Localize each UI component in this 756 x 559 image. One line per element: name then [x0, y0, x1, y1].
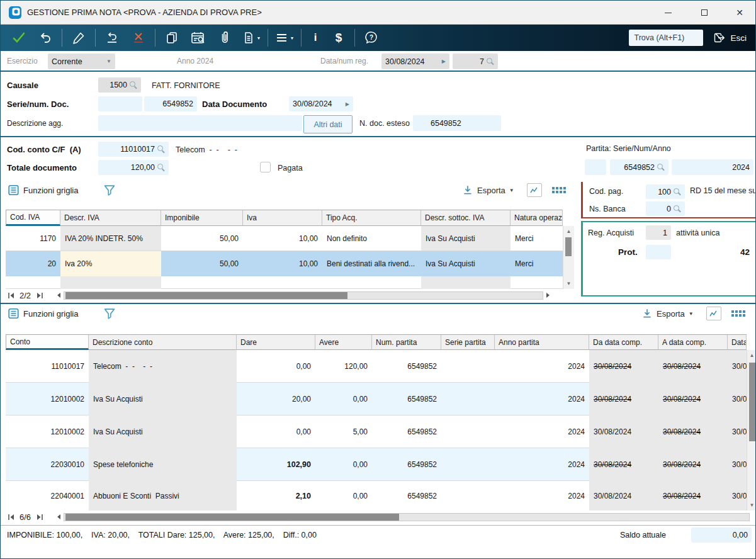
conti-col-header-da-data[interactable]: Da data comp.: [589, 334, 658, 350]
grid-view-button[interactable]: [552, 187, 566, 193]
first-page-button[interactable]: [6, 512, 16, 522]
prot-num-field[interactable]: 42: [674, 245, 753, 259]
iva-col-header-sottoc[interactable]: Descr. sottoc. IVA: [421, 210, 511, 226]
calendar-search-button[interactable]: [185, 27, 212, 48]
prot-serie-field[interactable]: [646, 245, 671, 259]
scroll-left-button[interactable]: [54, 512, 64, 522]
iva-pager: 2/2: [6, 290, 553, 300]
num-reg-field[interactable]: 7: [453, 54, 498, 69]
cod-conto-field[interactable]: 11010017: [98, 142, 169, 157]
altri-dati-button[interactable]: Altri dati: [303, 115, 353, 133]
scrollbar-thumb[interactable]: [565, 237, 572, 256]
pencil-icon: [72, 31, 86, 45]
copy-button[interactable]: [159, 27, 185, 48]
edit-button[interactable]: [65, 27, 92, 48]
partita-num-field[interactable]: 6549852: [610, 159, 669, 175]
attachment-button[interactable]: [212, 27, 238, 48]
serie-doc-field[interactable]: [98, 96, 142, 111]
scroll-down-icon[interactable]: ▼: [747, 502, 756, 508]
conti-col-header-serie-partita[interactable]: Serie partita: [441, 334, 495, 350]
currency-button[interactable]: $: [326, 27, 351, 48]
conti-table-row[interactable]: 11010017 Telecom - - - - 0,00 120,00 654…: [6, 350, 747, 383]
scroll-left-button[interactable]: [54, 290, 64, 300]
chevron-down-icon: ▼: [290, 36, 295, 40]
iva-horizontal-scrollbar[interactable]: [64, 291, 543, 300]
prot-num-value: 42: [678, 247, 750, 257]
partita-serie-field[interactable]: [585, 159, 606, 175]
confirm-button[interactable]: [6, 27, 32, 48]
filter-icon[interactable]: [103, 307, 116, 320]
totale-documento-field[interactable]: 120,00: [98, 160, 169, 175]
last-page-button[interactable]: [35, 512, 45, 522]
funzioni-griglia-button[interactable]: Funzioni griglia: [23, 186, 78, 195]
conti-horizontal-scrollbar[interactable]: [64, 513, 750, 521]
data-documento-field[interactable]: 30/08/2024 ▶: [289, 96, 353, 111]
conti-col-header-anno-partita[interactable]: Anno partita: [495, 334, 589, 350]
delete-row-button[interactable]: [125, 27, 152, 48]
iva-col-header-cod[interactable]: Cod. IVA: [6, 210, 60, 226]
scrollbar-thumb[interactable]: [749, 363, 755, 441]
conti-table-row[interactable]: 22040001 Abbuoni E Sconti Passivi 2,10 0…: [6, 481, 747, 511]
undo-button[interactable]: [32, 27, 59, 48]
iva-col-header-iva[interactable]: Iva: [243, 210, 322, 226]
n-doc-esteso-field[interactable]: 6549852: [413, 115, 501, 131]
minimize-button[interactable]: [653, 1, 682, 25]
iva-col-header-natura[interactable]: Natura operaz.: [511, 210, 563, 226]
exit-button[interactable]: Esci: [709, 31, 750, 44]
scroll-down-icon[interactable]: ▼: [563, 281, 574, 286]
cod-pag-field[interactable]: 100: [646, 184, 685, 199]
first-page-button[interactable]: [6, 290, 16, 300]
scrollbar-thumb[interactable]: [65, 514, 399, 521]
scroll-right-button[interactable]: [543, 290, 553, 300]
esporta-button[interactable]: Esporta: [477, 186, 505, 195]
conti-col-header-a-data[interactable]: A data comp.: [658, 334, 728, 350]
iva-col-header-descr[interactable]: Descr. IVA: [60, 210, 161, 226]
conti-table-row[interactable]: 12010002 Iva Su Acquisti 0,00 5,00 65498…: [6, 415, 747, 448]
descrizione-agg-field[interactable]: [98, 115, 302, 131]
filter-icon[interactable]: [103, 184, 116, 196]
funzioni-griglia-button[interactable]: Funzioni griglia: [23, 309, 78, 319]
grid-view-button[interactable]: [731, 310, 745, 317]
iva-table-row[interactable]: 1170 IVA 20% INDETR. 50% 50,00 10,00 Non…: [6, 226, 563, 251]
info-button[interactable]: i: [305, 27, 326, 48]
revert-row-button[interactable]: [99, 27, 125, 48]
find-input[interactable]: Trova (Alt+F1): [629, 30, 703, 46]
list-menu-button[interactable]: ▼: [271, 27, 298, 48]
data-reg-field[interactable]: 30/08/2024 ▶: [381, 54, 449, 69]
causale-field[interactable]: 1500: [98, 77, 141, 93]
iva-col-header-tipo[interactable]: Tipo Acq.: [322, 210, 421, 226]
search-icon: [487, 58, 494, 65]
conti-table-row[interactable]: 22030010 Spese telefoniche 102,90 0,00 6…: [6, 448, 747, 481]
scroll-up-icon[interactable]: ▲: [747, 353, 756, 358]
conti-col-header-avere[interactable]: Avere: [315, 334, 372, 350]
esporta-button[interactable]: Esporta: [657, 309, 685, 319]
scroll-up-icon[interactable]: ▲: [563, 229, 574, 234]
conti-col-header-data-v[interactable]: Data v: [728, 334, 747, 350]
conti-table-row[interactable]: 12010002 Iva Su Acquisti 20,00 0,00 6549…: [6, 383, 747, 415]
iva-table-row-empty[interactable]: [6, 276, 563, 289]
conti-col-header-conto[interactable]: Conto: [6, 334, 89, 350]
iva-vertical-scrollbar[interactable]: ▲ ▼: [563, 226, 574, 289]
chart-view-button[interactable]: [527, 183, 542, 197]
close-button[interactable]: ✕: [725, 1, 754, 25]
partita-anno-field[interactable]: 2024: [672, 159, 753, 175]
conti-vertical-scrollbar[interactable]: ▲ ▼: [747, 350, 756, 511]
iva-col-header-imponibile[interactable]: Imponibile: [161, 210, 243, 226]
maximize-button[interactable]: [690, 1, 719, 25]
num-doc-field[interactable]: 6549852: [144, 96, 197, 111]
cell-avere: 5,00: [315, 415, 372, 448]
conti-col-header-descr[interactable]: Descrizione conto: [89, 334, 237, 350]
reg-acquisti-field[interactable]: 1: [646, 225, 671, 240]
help-button[interactable]: ?: [358, 27, 385, 48]
scrollbar-thumb[interactable]: [65, 292, 347, 299]
esercizio-select[interactable]: Corrente ▼: [48, 54, 115, 69]
conti-col-header-dare[interactable]: Dare: [237, 334, 315, 350]
last-page-button[interactable]: [35, 290, 45, 300]
ns-banca-field[interactable]: 0: [646, 201, 685, 216]
pagata-checkbox[interactable]: [260, 162, 271, 172]
saldo-attuale-label: Saldo attuale: [620, 531, 666, 539]
conti-col-header-num-partita[interactable]: Num. partita: [372, 334, 441, 350]
chart-view-button[interactable]: [706, 307, 721, 320]
iva-table-row-selected[interactable]: 20 Iva 20% 50,00 10,00 Beni destinati al…: [6, 251, 563, 276]
document-menu-button[interactable]: ▼: [238, 27, 264, 48]
